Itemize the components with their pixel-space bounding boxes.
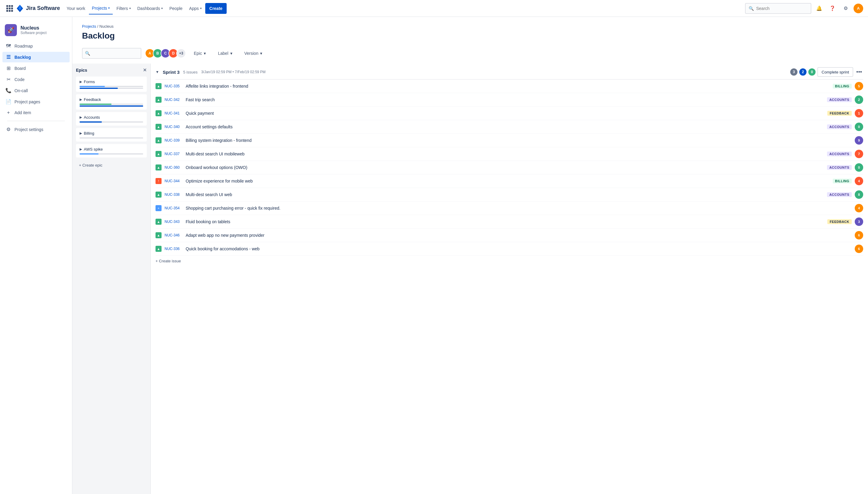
issue-type-icon: ▲: [155, 165, 162, 170]
issue-type-icon: ▲: [155, 151, 162, 157]
issue-type-icon: ▲: [155, 137, 162, 144]
sprint-more-options[interactable]: •••: [855, 69, 863, 75]
issue-row[interactable]: ▲ NUC-337 Multi-dest search UI mobileweb…: [155, 147, 863, 161]
issue-key[interactable]: NUC-340: [165, 125, 183, 129]
epic-feedback[interactable]: ▶ Feedback: [76, 94, 147, 110]
nav-apps[interactable]: Apps ▾: [186, 2, 205, 15]
nav-projects[interactable]: Projects ▾: [89, 2, 113, 15]
issue-row[interactable]: ▲ NUC-341 Quick payment FEEDBACK 1: [155, 107, 863, 120]
avatar-count[interactable]: +3: [176, 49, 186, 58]
issue-row[interactable]: ▲ NUC-336 Quick booking for accomodation…: [155, 242, 863, 256]
issue-row[interactable]: ▲ NUC-335 Affelite links integration - f…: [155, 79, 863, 93]
issue-key[interactable]: NUC-339: [165, 138, 183, 142]
search-input[interactable]: [756, 6, 808, 11]
epics-panel: Epics ✕ ▶ Forms: [72, 63, 151, 494]
issue-avatar: 6: [855, 231, 863, 240]
issue-row[interactable]: ▲ NUC-342 Fast trip search ACCOUNTS 2: [155, 93, 863, 107]
issue-row[interactable]: ▲ NUC-360 Onboard workout options (OWO) …: [155, 161, 863, 174]
sidebar-item-roadmap[interactable]: 🗺 Roadmap: [2, 41, 70, 51]
create-button[interactable]: Create: [205, 3, 227, 14]
issue-epic-tag: BILLING: [833, 178, 852, 184]
nav-dashboards[interactable]: Dashboards ▾: [134, 2, 166, 15]
sidebar-item-add[interactable]: + Add item: [2, 108, 70, 118]
issue-key[interactable]: NUC-338: [165, 192, 183, 197]
epics-header: Epics ✕: [76, 67, 147, 73]
epic-filter[interactable]: Epic ▾: [189, 48, 210, 59]
search-bar[interactable]: 🔍: [745, 3, 811, 14]
logo-text: Jira Software: [26, 5, 60, 12]
logo[interactable]: Jira Software: [16, 4, 60, 13]
epic-billing[interactable]: ▶ Billing: [76, 128, 147, 141]
board-icon: ⊞: [5, 65, 12, 71]
create-issue-button[interactable]: + Create issue: [155, 256, 863, 266]
issue-key[interactable]: NUC-344: [165, 179, 183, 183]
search-icon: 🔍: [749, 6, 754, 11]
filters-chevron-icon: ▾: [129, 7, 131, 10]
issue-avatar: 9: [855, 136, 863, 145]
notifications-button[interactable]: 🔔: [814, 3, 825, 14]
issue-row[interactable]: ▲ NUC-338 Multi-dest search UI web ACCOU…: [155, 188, 863, 202]
issue-key[interactable]: NUC-342: [165, 98, 183, 102]
main-content: Projects / Nucleus Backlog 🔍 A B C D +3 …: [72, 17, 868, 494]
issue-row[interactable]: ▲ NUC-340 Account settings defaults ACCO…: [155, 120, 863, 134]
settings-button[interactable]: ⚙: [840, 3, 851, 14]
issue-type-icon: +: [155, 205, 162, 211]
issue-key[interactable]: NUC-354: [165, 206, 183, 210]
issue-summary: Account settings defaults: [186, 125, 824, 129]
backlog-search[interactable]: 🔍: [82, 48, 141, 59]
version-filter[interactable]: Version ▾: [240, 48, 267, 59]
backlog-icon: ☰: [5, 54, 12, 60]
sidebar-item-code[interactable]: ✂ Code: [2, 74, 70, 84]
issue-key[interactable]: NUC-335: [165, 84, 183, 88]
filter-bar: 🔍 A B C D +3 Epic ▾ Label ▾ Version ▾: [72, 45, 868, 63]
issue-row[interactable]: ▲ NUC-346 Adapt web app no new payments …: [155, 229, 863, 242]
epic-accounts[interactable]: ▶ Accounts: [76, 112, 147, 126]
dashboards-chevron-icon: ▾: [161, 7, 163, 10]
label-filter[interactable]: Label ▾: [214, 48, 236, 59]
issue-epic-tag: FEEDBACK: [827, 219, 852, 224]
apps-grid-button[interactable]: [5, 4, 15, 13]
nav-people[interactable]: People: [166, 2, 186, 15]
issue-row[interactable]: ! NUC-344 Optimize experience for mobile…: [155, 174, 863, 188]
epic-aws-progress: [79, 153, 143, 154]
complete-sprint-button[interactable]: Complete sprint: [817, 67, 853, 77]
nav-your-work[interactable]: Your work: [63, 2, 88, 15]
issue-avatar: 8: [855, 190, 863, 199]
assignee-avatars: A B C D +3: [145, 49, 186, 58]
nav-filters[interactable]: Filters ▾: [113, 2, 133, 15]
issue-key[interactable]: NUC-337: [165, 152, 183, 156]
issue-key[interactable]: NUC-343: [165, 220, 183, 224]
sidebar-item-project-pages[interactable]: 📄 Project pages: [2, 96, 70, 107]
issue-summary: Multi-dest search UI mobileweb: [186, 152, 824, 156]
issue-key[interactable]: NUC-336: [165, 247, 183, 251]
issue-key[interactable]: NUC-341: [165, 111, 183, 115]
epic-aws-spike[interactable]: ▶ AWS spike: [76, 144, 147, 157]
epic-forms[interactable]: ▶ Forms: [76, 77, 147, 92]
breadcrumb: Projects / Nucleus: [82, 24, 858, 28]
sidebar-item-project-settings[interactable]: ⚙ Project settings: [2, 124, 70, 135]
sprint-issue-count: 5 issues: [183, 70, 198, 74]
user-avatar[interactable]: A: [853, 4, 863, 13]
close-epics-icon[interactable]: ✕: [143, 67, 147, 73]
badge-gray: 3: [790, 69, 797, 76]
sidebar-nav: 🗺 Roadmap ☰ Backlog ⊞ Board ✂ Code 📞 On-…: [0, 41, 72, 135]
issue-type-icon: ▲: [155, 97, 162, 103]
create-epic-button[interactable]: + Create epic: [76, 160, 147, 170]
issue-key[interactable]: NUC-346: [165, 233, 183, 238]
issue-row[interactable]: ▲ NUC-343 Fluid booking on tablets FEEDB…: [155, 215, 863, 229]
issue-row[interactable]: + NUC-354 Shopping cart purchasing error…: [155, 202, 863, 215]
sidebar-item-board[interactable]: ⊞ Board: [2, 63, 70, 74]
sidebar-item-backlog[interactable]: ☰ Backlog: [2, 52, 70, 62]
sidebar-item-oncall[interactable]: 📞 On-call: [2, 85, 70, 96]
issue-avatar: 5: [855, 82, 863, 90]
breadcrumb-projects-link[interactable]: Projects: [82, 24, 96, 28]
project-info[interactable]: 🚀 Nucleus Software project: [0, 22, 72, 41]
help-button[interactable]: ❓: [827, 3, 838, 14]
sprint-toggle-icon[interactable]: ▼: [155, 70, 159, 74]
issue-type-icon: !: [155, 178, 162, 184]
issue-row[interactable]: ▲ NUC-339 Billing system integration - f…: [155, 134, 863, 147]
sidebar: 🚀 Nucleus Software project 🗺 Roadmap ☰ B…: [0, 17, 72, 494]
epic-forms-progress2: [79, 88, 143, 89]
issue-key[interactable]: NUC-360: [165, 165, 183, 170]
backlog-search-input[interactable]: [90, 51, 138, 56]
